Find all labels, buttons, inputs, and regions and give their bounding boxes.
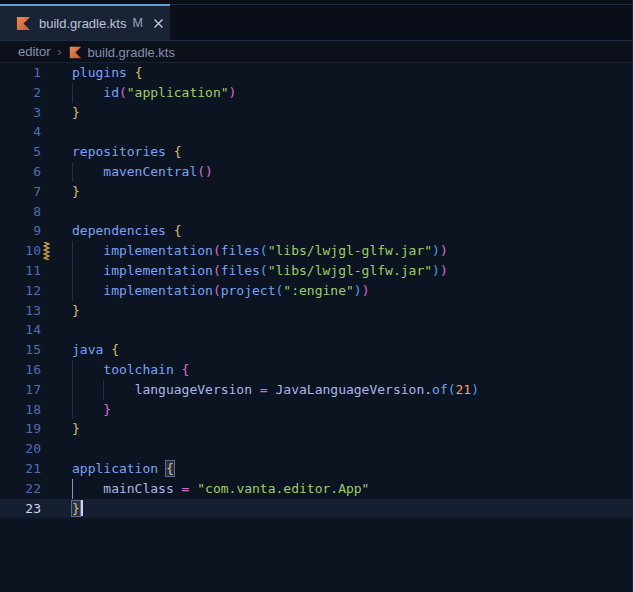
code-line[interactable]: 10 implementation(files("libs/lwjgl-glfw… (0, 241, 632, 261)
code-line[interactable]: 18 } (0, 400, 632, 420)
gutter-decorations (41, 419, 72, 439)
line-number: 11 (0, 261, 41, 281)
code-line[interactable]: 11 implementation(files("libs/lwjgl-glfw… (0, 261, 632, 281)
code-text: repositories { (72, 142, 182, 162)
code-text: plugins { (72, 63, 142, 83)
breadcrumb-file-label: build.gradle.kts (88, 45, 175, 60)
code-line[interactable]: 6 mavenCentral() (0, 162, 632, 182)
tab-bar: build.gradle.kts M (0, 0, 632, 41)
breadcrumb-item-editor[interactable]: editor (18, 44, 51, 59)
gutter-decorations (41, 63, 72, 83)
gutter-decorations (41, 221, 72, 241)
line-number: 5 (0, 142, 41, 162)
gutter-decorations (41, 122, 72, 142)
line-number: 23 (0, 499, 41, 519)
code-line[interactable]: 20 (0, 439, 632, 459)
vscode-editor-window: { "palette": { "bg":"#0d1421","tabbarBg"… (0, 0, 633, 592)
gutter-decorations (41, 479, 72, 499)
code-text: } (72, 103, 80, 123)
line-number: 7 (0, 182, 41, 202)
code-lines: 1plugins {2 id("application")3}45reposit… (0, 63, 632, 518)
code-text: implementation(project(":engine")) (72, 281, 369, 301)
line-number: 8 (0, 202, 41, 222)
gutter-decorations (41, 261, 72, 281)
gutter-decorations (41, 400, 72, 420)
code-text: mavenCentral() (72, 162, 213, 182)
line-number: 10 (0, 241, 41, 261)
code-text: } (72, 499, 83, 519)
code-line[interactable]: 17 languageVersion = JavaLanguageVersion… (0, 380, 632, 400)
line-number: 20 (0, 439, 41, 459)
code-text: } (72, 400, 111, 420)
line-number: 13 (0, 301, 41, 321)
line-number: 12 (0, 281, 41, 301)
code-line[interactable]: 7} (0, 182, 632, 202)
text-cursor (81, 500, 83, 516)
code-text: mainClass = "com.vanta.editor.App" (72, 479, 369, 499)
code-line[interactable]: 4 (0, 122, 632, 142)
code-text: dependencies { (72, 221, 182, 241)
code-line[interactable]: 9dependencies { (0, 221, 632, 241)
code-line[interactable]: 21application { (0, 459, 632, 479)
line-number: 22 (0, 479, 41, 499)
kotlin-file-icon (69, 46, 82, 59)
gutter-decorations (41, 182, 72, 202)
code-line[interactable]: 13} (0, 301, 632, 321)
gutter-decorations (41, 459, 72, 479)
code-text: } (72, 419, 80, 439)
git-modified-decoration (43, 242, 50, 260)
code-text: implementation(files("libs/lwjgl-glfw.ja… (72, 241, 448, 261)
line-number: 14 (0, 320, 41, 340)
line-number: 9 (0, 221, 41, 241)
code-text: toolchain { (72, 360, 189, 380)
line-number: 6 (0, 162, 41, 182)
code-line[interactable]: 5repositories { (0, 142, 632, 162)
line-number: 4 (0, 122, 41, 142)
code-text: languageVersion = JavaLanguageVersion.of… (72, 380, 479, 400)
code-line[interactable]: 19} (0, 419, 632, 439)
code-line[interactable]: 3} (0, 103, 632, 123)
line-number: 19 (0, 419, 41, 439)
code-line[interactable]: 15java { (0, 340, 632, 360)
gutter-decorations (41, 320, 72, 340)
line-number: 16 (0, 360, 41, 380)
breadcrumb-item-file[interactable]: build.gradle.kts (69, 44, 175, 60)
gutter-decorations (41, 202, 72, 222)
breadcrumb: editor › build.gradle.kts (0, 41, 632, 63)
tab-build-gradle-kts[interactable]: build.gradle.kts M (0, 4, 170, 40)
code-line[interactable]: 8 (0, 202, 632, 222)
code-text: } (72, 301, 80, 321)
code-line[interactable]: 2 id("application") (0, 83, 632, 103)
gutter-decorations (41, 499, 72, 519)
gutter-decorations (41, 380, 72, 400)
code-line[interactable]: 14 (0, 320, 632, 340)
kotlin-file-icon (16, 16, 31, 31)
line-number: 15 (0, 340, 41, 360)
gutter-decorations (41, 340, 72, 360)
chevron-right-icon: › (58, 45, 62, 59)
code-text: java { (72, 340, 119, 360)
line-number: 17 (0, 380, 41, 400)
line-number: 3 (0, 103, 41, 123)
close-icon[interactable] (153, 18, 164, 29)
gutter-decorations (41, 241, 72, 261)
gutter-decorations (41, 439, 72, 459)
code-text: implementation(files("libs/lwjgl-glfw.ja… (72, 261, 448, 281)
code-line[interactable]: 1plugins { (0, 63, 632, 83)
code-line[interactable]: 22 mainClass = "com.vanta.editor.App" (0, 479, 632, 499)
code-line[interactable]: 12 implementation(project(":engine")) (0, 281, 632, 301)
line-number: 18 (0, 400, 41, 420)
gutter-decorations (41, 360, 72, 380)
gutter-decorations (41, 301, 72, 321)
gutter-decorations (41, 83, 72, 103)
line-number: 2 (0, 83, 41, 103)
git-modified-badge: M (132, 16, 142, 30)
code-editor[interactable]: 1plugins {2 id("application")3}45reposit… (0, 63, 632, 518)
code-text: } (72, 182, 80, 202)
code-line[interactable]: 16 toolchain { (0, 360, 632, 380)
code-line[interactable]: 23} (0, 499, 632, 519)
code-text: id("application") (72, 83, 236, 103)
line-number: 1 (0, 63, 41, 83)
gutter-decorations (41, 281, 72, 301)
gutter-decorations (41, 142, 72, 162)
